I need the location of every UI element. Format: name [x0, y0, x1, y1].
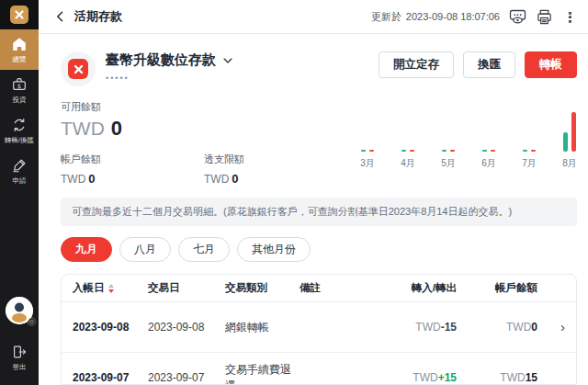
chart-month-label: 7月	[522, 157, 537, 170]
currency-code: TWD	[204, 173, 229, 186]
chart-month: 4月	[388, 108, 428, 186]
back-button[interactable]	[53, 9, 68, 24]
svg-text:$: $	[17, 83, 21, 90]
balance-section: 可用餘額 TWD 0 帳戶餘額 TWD 0	[61, 100, 577, 186]
transactions-table: 入帳日 交易日 交易類別 備註 轉入/轉出 帳戶餘額 2023-09-08 20…	[61, 274, 577, 385]
chart-bars	[523, 108, 536, 152]
sidebar-item-logout[interactable]: 登出	[0, 337, 39, 378]
header-post-date[interactable]: 入帳日	[73, 281, 148, 295]
chart-bars	[442, 108, 455, 152]
sidebar-item-label: 總覽	[13, 55, 27, 64]
chart-bar	[369, 150, 374, 152]
amount: 0	[531, 321, 537, 334]
chart-bars	[482, 108, 495, 152]
sidebar-item-label: 登出	[13, 363, 27, 372]
avatar[interactable]: ⚙	[6, 297, 33, 324]
chart-bar	[410, 150, 414, 152]
exchange-button[interactable]: 換匯	[463, 51, 515, 78]
account-balance-label: 帳戶餘額	[61, 153, 204, 166]
cell-balance: TWD15	[457, 371, 537, 384]
overdraft-limit-label: 透支限額	[204, 153, 347, 166]
invest-icon: $	[11, 76, 28, 93]
account-logo-icon	[68, 59, 88, 79]
header-balance: 帳戶餘額	[457, 281, 537, 295]
amount: +15	[438, 371, 457, 384]
account-selector[interactable]: 臺幣升級數位存款	[106, 51, 234, 69]
currency-code: TWD	[413, 371, 437, 384]
chart-bar	[523, 150, 527, 152]
notice-banner: 可查詢最多近十二個月交易明細。(原花旗銀行客戶，可查詢分割基準日2023年8月1…	[61, 198, 577, 226]
chevron-right-icon[interactable]: ›	[560, 319, 565, 334]
more-menu-button[interactable]: ⋮	[561, 10, 579, 24]
chart-bars	[361, 108, 374, 152]
cell-balance: TWD0	[457, 321, 537, 334]
page-title: 活期存款	[74, 8, 122, 25]
chart-bar	[450, 150, 455, 152]
month-filter: 九月 八月 七月 其他月份	[61, 237, 577, 262]
chevron-down-icon	[221, 54, 234, 67]
filter-pill-august[interactable]: 八月	[119, 237, 171, 262]
chevron-left-icon	[53, 9, 68, 24]
sidebar-item-apply[interactable]: 申請	[0, 151, 39, 191]
cell-amount: TWD-15	[356, 321, 457, 334]
cell-post-date: 2023-09-08	[73, 321, 148, 334]
bank-logo-icon	[10, 6, 28, 24]
print-button[interactable]	[536, 8, 553, 26]
bank-logo[interactable]	[0, 0, 39, 29]
eye-card-icon	[508, 7, 527, 26]
gear-icon: ⚙	[27, 317, 36, 327]
amount: 15	[526, 371, 537, 384]
table-row[interactable]: 2023-09-07 2023-09-07 交易手續費退還 TWD+15 TWD…	[62, 353, 576, 385]
cell-amount: TWD+15	[356, 371, 457, 384]
table-header-row: 入帳日 交易日 交易類別 備註 轉入/轉出 帳戶餘額	[62, 275, 576, 302]
cell-category: 交易手續費退還	[225, 362, 300, 385]
sidebar-item-overview[interactable]: 總覽	[0, 29, 39, 70]
amount: 0	[232, 172, 238, 186]
chart-month: 5月	[428, 108, 469, 186]
chart-month: 7月	[509, 108, 549, 186]
cell-post-date: 2023-09-07	[73, 371, 148, 384]
header-note: 備註	[300, 281, 356, 295]
currency-code: TWD	[61, 118, 105, 140]
account-actions: 開立定存 換匯 轉帳	[379, 51, 577, 78]
filter-pill-other-months[interactable]: 其他月份	[237, 237, 311, 262]
chart-bar	[401, 150, 406, 152]
overdraft-limit-block: 透支限額 TWD 0	[204, 153, 347, 186]
cell-txn-date: 2023-09-07	[148, 371, 225, 384]
currency-code: TWD	[415, 321, 440, 334]
topbar: 活期存款 更新於 2023-09-08 18:07:06	[39, 0, 588, 34]
open-term-deposit-button[interactable]: 開立定存	[379, 51, 454, 78]
cell-category: 網銀轉帳	[225, 320, 300, 335]
hide-balance-button[interactable]	[508, 7, 527, 26]
mini-chart: 3月4月5月6月7月8月	[347, 108, 588, 186]
cell-chevron: ›	[537, 320, 565, 334]
filter-pill-september[interactable]: 九月	[61, 237, 112, 262]
chart-month: 8月	[549, 108, 588, 186]
sidebar-item-label: 申請	[13, 176, 27, 186]
chart-month-label: 4月	[401, 157, 415, 170]
header-amount: 轉入/轉出	[356, 281, 457, 295]
updated-time: 2023-09-08 18:07:06	[406, 11, 500, 22]
filter-pill-july[interactable]: 七月	[178, 237, 230, 262]
transfer-button[interactable]: 轉帳	[525, 51, 577, 78]
app-window: 總覽 $ 投資 轉帳/換匯 申請	[0, 0, 588, 385]
sidebar-item-invest[interactable]: $ 投資	[0, 70, 39, 110]
header-txn-date: 交易日	[148, 281, 225, 295]
apply-icon	[11, 157, 28, 174]
table-row[interactable]: 2023-09-08 2023-09-08 網銀轉帳 TWD-15 TWD0 ›	[62, 302, 576, 353]
chart-bar	[442, 150, 447, 152]
chart-month: 6月	[469, 108, 509, 186]
balance-left: 可用餘額 TWD 0 帳戶餘額 TWD 0	[61, 100, 347, 186]
chart-month-label: 5月	[441, 157, 456, 170]
home-icon	[11, 36, 28, 52]
chart-month: 3月	[347, 108, 388, 186]
account-masked-number: •••••	[106, 74, 234, 83]
amount: 0	[111, 117, 122, 141]
chart-bar	[563, 132, 568, 152]
chart-bars	[563, 108, 576, 152]
available-balance-label: 可用餘額	[61, 100, 347, 114]
sidebar-item-transfer[interactable]: 轉帳/換匯	[0, 110, 39, 151]
header-category: 交易類別	[225, 281, 300, 295]
transfer-icon	[11, 117, 28, 133]
chart-bar	[482, 150, 487, 152]
